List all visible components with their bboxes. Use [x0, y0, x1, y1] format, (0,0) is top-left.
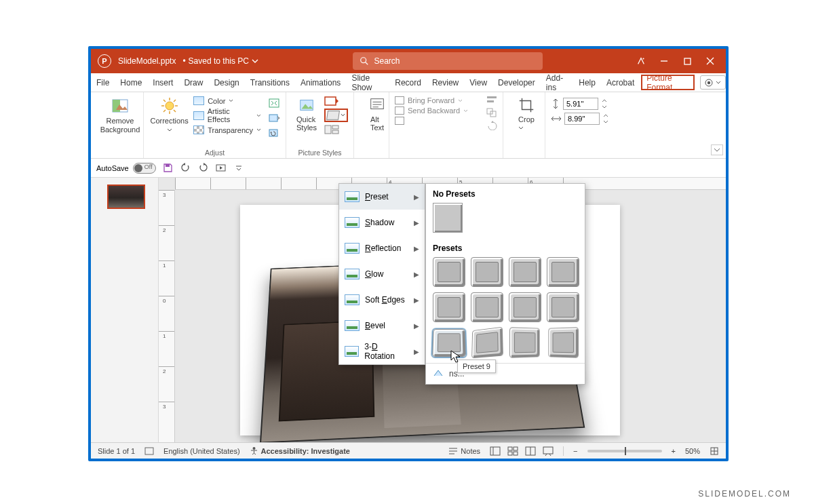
start-from-beginning-icon[interactable]	[216, 163, 227, 174]
tab-design[interactable]: Design	[208, 73, 244, 92]
3d-options-button[interactable]: ns...	[426, 363, 585, 380]
selection-pane-button[interactable]	[395, 117, 497, 125]
send-backward-button[interactable]: Send Backward	[395, 106, 497, 115]
compress-pictures-icon[interactable]	[268, 98, 280, 109]
slide-sorter-icon[interactable]	[507, 446, 518, 456]
chevron-down-icon	[341, 113, 345, 117]
svg-rect-26	[371, 99, 384, 109]
tab-addins[interactable]: Add-ins	[541, 73, 573, 92]
reset-picture-icon[interactable]	[268, 128, 280, 138]
zoom-level[interactable]: 50%	[685, 447, 700, 455]
spellcheck-icon[interactable]	[144, 446, 154, 456]
slide-thumbnail-1[interactable]	[107, 185, 145, 209]
menu-glow[interactable]: Glow▶	[339, 261, 425, 287]
close-button[interactable]	[705, 56, 715, 66]
color-button[interactable]: Color	[193, 96, 261, 105]
normal-view-icon[interactable]	[490, 446, 501, 456]
preset-10[interactable]	[471, 327, 503, 358]
zoom-out-button[interactable]: −	[573, 447, 577, 455]
preset-5[interactable]	[433, 292, 465, 322]
svg-rect-18	[269, 99, 279, 107]
tab-animations[interactable]: Animations	[295, 73, 346, 92]
preset-8[interactable]	[547, 292, 579, 322]
transparency-button[interactable]: Transparency	[193, 125, 261, 134]
preset-6[interactable]	[471, 292, 503, 322]
height-field[interactable]	[551, 98, 615, 110]
slide-thumbnail-pane[interactable]: 1	[91, 178, 159, 442]
tab-draw[interactable]: Draw	[178, 73, 208, 92]
tab-record[interactable]: Record	[389, 73, 427, 92]
fit-to-window-icon[interactable]	[710, 446, 719, 456]
no-preset-item[interactable]	[433, 203, 463, 233]
tab-home[interactable]: Home	[115, 73, 147, 92]
tab-view[interactable]: View	[464, 73, 492, 92]
ribbon-mode-icon[interactable]	[636, 56, 646, 66]
zoom-in-button[interactable]: +	[672, 447, 676, 455]
width-field[interactable]	[551, 113, 615, 125]
preset-1[interactable]	[433, 257, 465, 287]
filename[interactable]: SlideModel.pptx	[118, 56, 180, 66]
undo-icon[interactable]	[180, 163, 191, 174]
autosave-toggle[interactable]: AutoSave Off	[96, 163, 156, 174]
preset-4[interactable]	[547, 257, 579, 287]
menu-preset[interactable]: Preset▶	[339, 184, 425, 210]
preset-12[interactable]	[548, 327, 579, 357]
minimize-button[interactable]	[659, 56, 669, 66]
search-input[interactable]: Search	[353, 52, 543, 70]
tab-picture-format[interactable]: Picture Format	[641, 75, 695, 90]
save-icon[interactable]	[163, 163, 174, 174]
corrections-button[interactable]: Corrections	[149, 95, 189, 138]
preset-7[interactable]	[509, 292, 541, 322]
spinner-icon[interactable]	[601, 98, 608, 109]
save-state[interactable]: Saved to this PC	[189, 56, 258, 66]
picture-layout-icon[interactable]	[324, 125, 339, 134]
slide-counter[interactable]: Slide 1 of 1	[98, 447, 135, 455]
menu-soft-edges[interactable]: Soft Edges▶	[339, 287, 425, 313]
tab-insert[interactable]: Insert	[147, 73, 178, 92]
quick-styles-button[interactable]: Quick Styles	[292, 95, 322, 132]
menu-bevel[interactable]: Bevel▶	[339, 313, 425, 338]
spinner-icon[interactable]	[602, 113, 609, 124]
artistic-effects-button[interactable]: Artistic Effects	[193, 107, 261, 123]
maximize-button[interactable]	[682, 56, 692, 66]
tab-developer[interactable]: Developer	[492, 73, 541, 92]
zoom-slider[interactable]	[587, 450, 662, 452]
remove-background-button[interactable]: Remove Background	[96, 95, 144, 134]
menu-shadow[interactable]: Shadow▶	[339, 210, 425, 235]
accessibility-status[interactable]: Accessibility: Investigate	[250, 446, 350, 455]
rotate-icon[interactable]	[486, 121, 499, 130]
svg-rect-24	[332, 125, 338, 129]
tab-transitions[interactable]: Transitions	[245, 73, 295, 92]
svg-rect-34	[166, 164, 170, 167]
tab-acrobat[interactable]: Acrobat	[601, 73, 640, 92]
chevron-down-icon	[716, 80, 721, 85]
notes-icon	[448, 447, 458, 455]
preset-2[interactable]	[471, 257, 503, 287]
record-indicator[interactable]	[700, 75, 726, 90]
preset-11[interactable]	[509, 327, 540, 357]
collapse-ribbon-button[interactable]	[711, 144, 723, 155]
color-icon	[193, 96, 204, 105]
bring-forward-button[interactable]: Bring Forward	[395, 96, 497, 104]
align-icon[interactable]	[486, 95, 499, 104]
crop-button[interactable]: Crop	[509, 95, 544, 132]
reading-view-icon[interactable]	[525, 446, 536, 456]
tab-review[interactable]: Review	[427, 73, 464, 92]
tab-file[interactable]: File	[91, 73, 115, 92]
group-icon[interactable]	[486, 108, 499, 117]
change-picture-icon[interactable]	[268, 113, 280, 123]
picture-border-icon[interactable]	[324, 96, 339, 106]
tab-slideshow[interactable]: Slide Show	[346, 73, 389, 92]
qat-customize-icon[interactable]	[233, 163, 244, 174]
picture-effects-button[interactable]	[324, 109, 348, 122]
notes-button[interactable]: Notes	[448, 447, 480, 455]
menu-3d-rotation[interactable]: 3-D Rotation▶	[339, 338, 425, 364]
language-status[interactable]: English (United States)	[163, 447, 240, 455]
transparency-icon	[193, 125, 204, 134]
preset-3[interactable]	[509, 257, 541, 287]
tab-help[interactable]: Help	[573, 73, 601, 92]
artistic-icon	[193, 111, 204, 120]
menu-reflection[interactable]: Reflection▶	[339, 235, 425, 261]
slideshow-view-icon[interactable]	[543, 446, 554, 456]
redo-icon[interactable]	[198, 163, 209, 174]
